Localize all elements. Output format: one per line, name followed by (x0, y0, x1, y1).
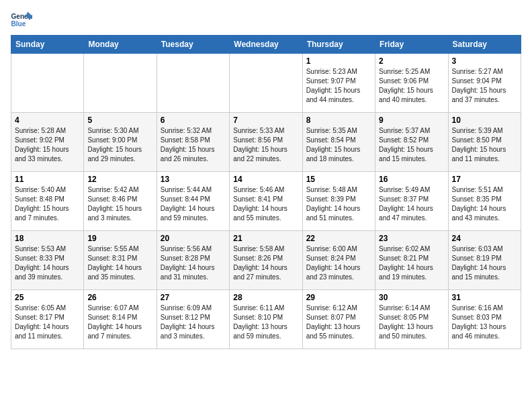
cell-info-text: Sunrise: 6:03 AM Sunset: 8:19 PM Dayligh… (452, 244, 517, 282)
svg-text:Blue: Blue (11, 20, 26, 28)
cell-info-text: Sunrise: 6:12 AM Sunset: 8:07 PM Dayligh… (306, 304, 371, 341)
calendar-cell: 30Sunrise: 6:14 AM Sunset: 8:05 PM Dayli… (375, 290, 448, 349)
weekday-header-saturday: Saturday (448, 36, 521, 54)
cell-info-text: Sunrise: 6:11 AM Sunset: 8:10 PM Dayligh… (233, 304, 298, 341)
cell-date-number: 16 (379, 175, 444, 184)
cell-date-number: 3 (452, 56, 517, 66)
cell-date-number: 20 (161, 234, 226, 243)
cell-info-text: Sunrise: 5:46 AM Sunset: 8:41 PM Dayligh… (233, 185, 298, 223)
weekday-header-wednesday: Wednesday (230, 36, 302, 54)
calendar-cell: 8Sunrise: 5:35 AM Sunset: 8:54 PM Daylig… (302, 113, 375, 172)
cell-date-number: 1 (306, 56, 371, 66)
cell-info-text: Sunrise: 5:27 AM Sunset: 9:04 PM Dayligh… (452, 67, 517, 105)
cell-info-text: Sunrise: 5:25 AM Sunset: 9:06 PM Dayligh… (379, 67, 444, 105)
cell-info-text: Sunrise: 5:23 AM Sunset: 9:07 PM Dayligh… (306, 67, 371, 105)
cell-date-number: 4 (15, 116, 80, 125)
calendar-cell: 5Sunrise: 5:30 AM Sunset: 9:00 PM Daylig… (84, 113, 157, 172)
cell-info-text: Sunrise: 5:55 AM Sunset: 8:31 PM Dayligh… (87, 244, 152, 282)
cell-date-number: 9 (379, 116, 444, 125)
cell-date-number: 26 (87, 293, 152, 302)
calendar-week-5: 25Sunrise: 6:05 AM Sunset: 8:17 PM Dayli… (11, 290, 521, 349)
calendar-cell: 16Sunrise: 5:49 AM Sunset: 8:37 PM Dayli… (375, 172, 448, 231)
weekday-header-thursday: Thursday (302, 36, 375, 54)
calendar-cell: 21Sunrise: 5:58 AM Sunset: 8:26 PM Dayli… (230, 231, 302, 290)
cell-date-number: 23 (379, 234, 444, 243)
cell-date-number: 24 (452, 234, 517, 243)
cell-info-text: Sunrise: 5:51 AM Sunset: 8:35 PM Dayligh… (452, 185, 517, 223)
calendar-cell: 14Sunrise: 5:46 AM Sunset: 8:41 PM Dayli… (230, 172, 302, 231)
weekday-header-monday: Monday (84, 36, 157, 54)
calendar-cell: 9Sunrise: 5:37 AM Sunset: 8:52 PM Daylig… (375, 113, 448, 172)
calendar-cell: 15Sunrise: 5:48 AM Sunset: 8:39 PM Dayli… (302, 172, 375, 231)
calendar-cell: 29Sunrise: 6:12 AM Sunset: 8:07 PM Dayli… (302, 290, 375, 349)
calendar-week-2: 4Sunrise: 5:28 AM Sunset: 9:02 PM Daylig… (11, 113, 521, 172)
calendar-cell: 27Sunrise: 6:09 AM Sunset: 8:12 PM Dayli… (157, 290, 229, 349)
calendar-cell: 17Sunrise: 5:51 AM Sunset: 8:35 PM Dayli… (448, 172, 521, 231)
cell-date-number: 12 (87, 175, 152, 184)
calendar-cell: 13Sunrise: 5:44 AM Sunset: 8:44 PM Dayli… (157, 172, 229, 231)
calendar-cell: 24Sunrise: 6:03 AM Sunset: 8:19 PM Dayli… (448, 231, 521, 290)
cell-date-number: 28 (233, 293, 298, 302)
cell-info-text: Sunrise: 6:02 AM Sunset: 8:21 PM Dayligh… (379, 244, 444, 282)
cell-info-text: Sunrise: 5:58 AM Sunset: 8:26 PM Dayligh… (233, 244, 298, 282)
cell-date-number: 19 (87, 234, 152, 243)
cell-date-number: 22 (306, 234, 371, 243)
calendar-cell: 22Sunrise: 6:00 AM Sunset: 8:24 PM Dayli… (302, 231, 375, 290)
calendar-cell: 31Sunrise: 6:16 AM Sunset: 8:03 PM Dayli… (448, 290, 521, 349)
calendar-cell: 19Sunrise: 5:55 AM Sunset: 8:31 PM Dayli… (84, 231, 157, 290)
calendar-cell (157, 54, 229, 113)
calendar-cell: 7Sunrise: 5:33 AM Sunset: 8:56 PM Daylig… (230, 113, 302, 172)
page-header: General Blue (11, 11, 521, 30)
calendar-cell: 26Sunrise: 6:07 AM Sunset: 8:14 PM Dayli… (84, 290, 157, 349)
cell-info-text: Sunrise: 6:16 AM Sunset: 8:03 PM Dayligh… (452, 304, 517, 341)
calendar-cell (84, 54, 157, 113)
cell-date-number: 29 (306, 293, 371, 302)
logo-icon: General Blue (11, 11, 32, 30)
cell-info-text: Sunrise: 6:05 AM Sunset: 8:17 PM Dayligh… (15, 304, 80, 341)
cell-info-text: Sunrise: 5:44 AM Sunset: 8:44 PM Dayligh… (161, 185, 226, 223)
cell-info-text: Sunrise: 5:49 AM Sunset: 8:37 PM Dayligh… (379, 185, 444, 223)
cell-info-text: Sunrise: 5:42 AM Sunset: 8:46 PM Dayligh… (87, 185, 152, 223)
cell-date-number: 11 (15, 175, 80, 184)
calendar-cell: 1Sunrise: 5:23 AM Sunset: 9:07 PM Daylig… (302, 54, 375, 113)
calendar-cell (230, 54, 302, 113)
calendar-week-4: 18Sunrise: 5:53 AM Sunset: 8:33 PM Dayli… (11, 231, 521, 290)
calendar-cell: 18Sunrise: 5:53 AM Sunset: 8:33 PM Dayli… (11, 231, 84, 290)
cell-info-text: Sunrise: 5:40 AM Sunset: 8:48 PM Dayligh… (15, 185, 80, 223)
calendar-table: SundayMondayTuesdayWednesdayThursdayFrid… (11, 35, 521, 349)
cell-date-number: 8 (306, 116, 371, 125)
cell-info-text: Sunrise: 5:30 AM Sunset: 9:00 PM Dayligh… (87, 126, 152, 164)
calendar-week-3: 11Sunrise: 5:40 AM Sunset: 8:48 PM Dayli… (11, 172, 521, 231)
weekday-header-tuesday: Tuesday (157, 36, 229, 54)
cell-info-text: Sunrise: 5:53 AM Sunset: 8:33 PM Dayligh… (15, 244, 80, 282)
calendar-cell: 2Sunrise: 5:25 AM Sunset: 9:06 PM Daylig… (375, 54, 448, 113)
cell-info-text: Sunrise: 5:28 AM Sunset: 9:02 PM Dayligh… (15, 126, 80, 164)
calendar-cell: 11Sunrise: 5:40 AM Sunset: 8:48 PM Dayli… (11, 172, 84, 231)
cell-info-text: Sunrise: 5:33 AM Sunset: 8:56 PM Dayligh… (233, 126, 298, 164)
calendar-cell: 20Sunrise: 5:56 AM Sunset: 8:28 PM Dayli… (157, 231, 229, 290)
calendar-cell: 28Sunrise: 6:11 AM Sunset: 8:10 PM Dayli… (230, 290, 302, 349)
cell-info-text: Sunrise: 5:32 AM Sunset: 8:58 PM Dayligh… (161, 126, 226, 164)
header-row: SundayMondayTuesdayWednesdayThursdayFrid… (11, 36, 521, 54)
calendar-cell: 4Sunrise: 5:28 AM Sunset: 9:02 PM Daylig… (11, 113, 84, 172)
calendar-cell: 23Sunrise: 6:02 AM Sunset: 8:21 PM Dayli… (375, 231, 448, 290)
cell-date-number: 6 (161, 116, 226, 125)
cell-info-text: Sunrise: 6:14 AM Sunset: 8:05 PM Dayligh… (379, 304, 444, 341)
cell-info-text: Sunrise: 5:37 AM Sunset: 8:52 PM Dayligh… (379, 126, 444, 164)
cell-date-number: 13 (161, 175, 226, 184)
cell-info-text: Sunrise: 6:09 AM Sunset: 8:12 PM Dayligh… (161, 304, 226, 341)
cell-info-text: Sunrise: 5:56 AM Sunset: 8:28 PM Dayligh… (161, 244, 226, 282)
calendar-week-1: 1Sunrise: 5:23 AM Sunset: 9:07 PM Daylig… (11, 54, 521, 113)
cell-info-text: Sunrise: 5:48 AM Sunset: 8:39 PM Dayligh… (306, 185, 371, 223)
cell-date-number: 7 (233, 116, 298, 125)
cell-date-number: 2 (379, 56, 444, 66)
cell-date-number: 31 (452, 293, 517, 302)
cell-date-number: 27 (161, 293, 226, 302)
calendar-cell: 6Sunrise: 5:32 AM Sunset: 8:58 PM Daylig… (157, 113, 229, 172)
cell-info-text: Sunrise: 6:07 AM Sunset: 8:14 PM Dayligh… (87, 304, 152, 341)
cell-info-text: Sunrise: 5:39 AM Sunset: 8:50 PM Dayligh… (452, 126, 517, 164)
cell-date-number: 10 (452, 116, 517, 125)
weekday-header-friday: Friday (375, 36, 448, 54)
calendar-cell: 25Sunrise: 6:05 AM Sunset: 8:17 PM Dayli… (11, 290, 84, 349)
cell-date-number: 15 (306, 175, 371, 184)
